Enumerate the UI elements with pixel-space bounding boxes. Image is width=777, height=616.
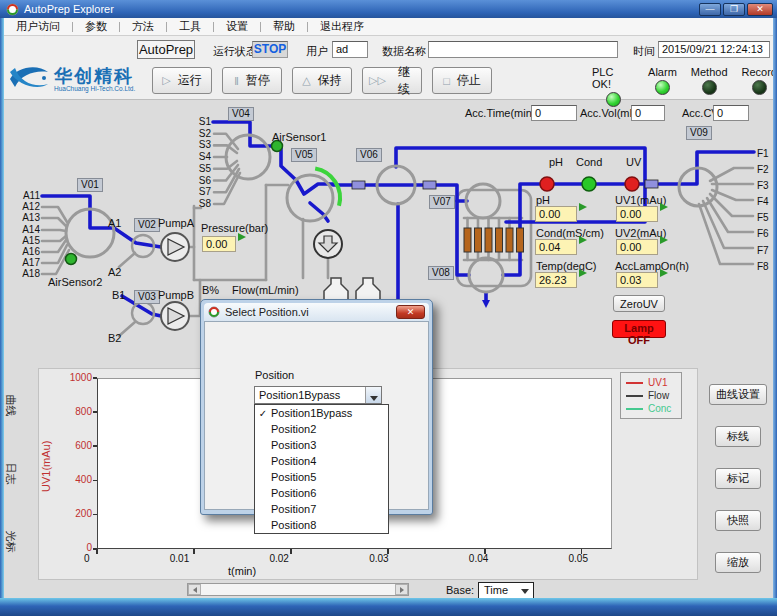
inlet-list-s: S1S2S3S4S5S6S7S8	[191, 116, 211, 210]
maximize-button[interactable]: ❐	[723, 3, 745, 16]
position-option[interactable]: Position3	[255, 437, 388, 453]
scroll-left-icon[interactable]	[188, 584, 201, 595]
valve-tag-v07[interactable]: V07	[429, 195, 455, 209]
transport-button[interactable]: △ 保持	[292, 67, 352, 94]
menu-item[interactable]: 帮助	[261, 18, 307, 35]
indicator-led	[606, 92, 621, 107]
menu-item[interactable]: 设置	[214, 18, 260, 35]
data-name-field[interactable]	[428, 41, 618, 58]
transport-label: 继续	[393, 64, 415, 98]
acc-vol-field[interactable]: 0	[631, 105, 665, 121]
port-label-a: A13	[16, 212, 40, 223]
transport-label: 停止	[457, 72, 481, 89]
cond-readout-field: 0.04	[535, 239, 577, 255]
x-tick-label: 0.05	[569, 553, 588, 564]
position-option[interactable]: Position2	[255, 421, 388, 437]
valve-tag-v06[interactable]: V06	[356, 148, 382, 162]
side-tab[interactable]: 日志	[3, 463, 18, 485]
valve-tag-v05[interactable]: V05	[291, 148, 317, 162]
pressure-label: Pressure(bar)	[201, 222, 268, 234]
position-option[interactable]: Position5	[255, 469, 388, 485]
app-window: AutoPrep Explorer — ❐ ✕ 用户访问参数方法工具设置帮助退出…	[0, 0, 777, 616]
valve-tag-v02[interactable]: V02	[134, 218, 160, 232]
position-combobox[interactable]: Position1Bypass	[254, 386, 382, 404]
x-tick-label: 0.02	[269, 553, 288, 564]
menu-item[interactable]: 方法	[120, 18, 166, 35]
position-option[interactable]: Position4	[255, 453, 388, 469]
valve-tag-v01[interactable]: V01	[77, 178, 103, 192]
y-tick-label: 600	[75, 440, 92, 451]
valve-tag-v04[interactable]: V04	[228, 107, 254, 121]
menu-bar: 用户访问参数方法工具设置帮助退出程序	[4, 18, 773, 36]
brand-logo: 华创精科 HuaChuang Hi-Tech.Co.Ltd.	[8, 63, 135, 95]
dialog-title-bar[interactable]: Select Position.vi ✕	[204, 303, 429, 321]
transport-button[interactable]: ▷ 运行	[152, 67, 212, 94]
zero-uv-button[interactable]: ZeroUV	[613, 295, 665, 312]
free-pointer-icon	[579, 203, 587, 211]
port-label-s: S8	[191, 198, 211, 210]
base-dropdown-value: Time	[484, 584, 508, 596]
valve-tag-v03[interactable]: V03	[134, 290, 160, 304]
transport-button[interactable]: ‖ 暂停	[222, 67, 282, 94]
conc-legend-label: Conc	[648, 403, 671, 414]
pumps[interactable]	[161, 233, 189, 330]
menu-item[interactable]: 退出程序	[308, 18, 376, 35]
position-option-label: Position2	[271, 423, 316, 435]
position-option[interactable]: Position8	[255, 517, 388, 533]
dialog-close-button[interactable]: ✕	[396, 305, 425, 319]
transport-button[interactable]: ▷▷ 继续	[362, 67, 422, 94]
chart-h-scrollbar[interactable]	[187, 583, 409, 596]
position-option[interactable]: Position6	[255, 485, 388, 501]
side-tab[interactable]: 光标	[3, 531, 18, 553]
brand-name-cn: 华创精科	[54, 67, 135, 85]
port-label-s: S2	[191, 128, 211, 140]
port-label-s: S4	[191, 151, 211, 163]
position-option[interactable]: ✓ Position1Bypass	[255, 405, 388, 421]
chart-tool-button[interactable]: 曲线设置	[709, 384, 767, 405]
acc-time-field[interactable]: 0	[531, 105, 577, 121]
flow-label: Flow(mL/min)	[232, 284, 299, 296]
valve-tag-v08[interactable]: V08	[428, 266, 454, 280]
chart-tool-button[interactable]: 标记	[715, 468, 761, 489]
scroll-right-icon[interactable]	[395, 584, 408, 595]
minimize-button[interactable]: —	[699, 3, 721, 16]
close-button[interactable]: ✕	[747, 3, 773, 16]
side-tab[interactable]: 曲线	[3, 395, 18, 417]
uv1-legend-line	[626, 382, 643, 384]
menu-item[interactable]: 工具	[167, 18, 213, 35]
pressure-field: 0.00	[202, 236, 236, 252]
base-dropdown[interactable]: Time	[478, 582, 534, 599]
menu-item[interactable]: 参数	[73, 18, 119, 35]
window-border-bottom	[0, 598, 777, 616]
valve-v05-body[interactable]	[287, 175, 333, 221]
user-field[interactable]: ad	[332, 41, 368, 58]
window-title: AutoPrep Explorer	[24, 3, 114, 15]
run-status-value: STOP	[252, 41, 288, 58]
chart-tool-button[interactable]: 标线	[715, 426, 761, 447]
valve-v04-body[interactable]	[226, 135, 270, 179]
uv2-readout-label: UV2(mAu)	[615, 227, 666, 239]
y-tick-labels: 10008006004002000	[60, 372, 92, 553]
position-option[interactable]: Position7	[255, 501, 388, 517]
port-label-a: A17	[16, 257, 40, 268]
lamp-off-button[interactable]: Lamp OFF	[612, 320, 666, 338]
pump-a-label: PumpA	[158, 217, 194, 229]
port-label-s: S1	[191, 116, 211, 128]
combobox-dropdown-button[interactable]	[365, 387, 381, 403]
transport-bar: ▷ 运行 ‖ 暂停 △ 保持 ▷▷ 继续 □ 停止	[152, 67, 492, 94]
transport-icon: □	[443, 75, 450, 87]
title-bar: AutoPrep Explorer — ❐ ✕	[0, 0, 777, 18]
ph-sensor-label: pH	[549, 156, 563, 168]
chart-tool-button[interactable]: 快照	[715, 510, 761, 531]
chart-tool-button[interactable]: 缩放	[715, 552, 761, 573]
menu-item[interactable]: 用户访问	[4, 18, 72, 35]
transport-button[interactable]: □ 停止	[432, 67, 492, 94]
transport-label: 保持	[318, 72, 342, 89]
indicator-label: Method	[691, 66, 728, 78]
cond-sensor-label: Cond	[576, 156, 602, 168]
valve-tag-v09[interactable]: V09	[686, 126, 712, 140]
uv-sensor-label: UV	[626, 156, 641, 168]
acc-cv-field[interactable]: 0	[713, 105, 749, 121]
chart-side-buttons: 曲线设置标线标记快照缩放	[706, 384, 770, 573]
port-label-s: S6	[191, 175, 211, 187]
